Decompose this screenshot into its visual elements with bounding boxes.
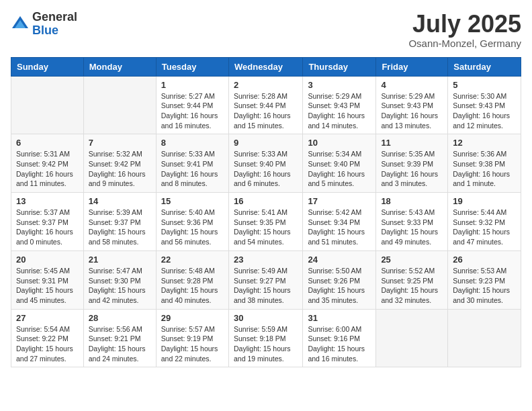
title-block: July 2025 Osann-Monzel, Germany	[408, 11, 521, 49]
day-info: Sunrise: 5:57 AM Sunset: 9:19 PM Dayligh…	[161, 324, 224, 364]
day-info: Sunrise: 5:41 AM Sunset: 9:35 PM Dayligh…	[234, 208, 298, 247]
day-number: 17	[308, 196, 371, 206]
day-info: Sunrise: 5:40 AM Sunset: 9:36 PM Dayligh…	[161, 208, 224, 247]
calendar-cell: 21Sunrise: 5:47 AM Sunset: 9:30 PM Dayli…	[83, 250, 156, 309]
calendar-cell: 25Sunrise: 5:52 AM Sunset: 9:25 PM Dayli…	[376, 250, 448, 309]
weekday-header-row: SundayMondayTuesdayWednesdayThursdayFrid…	[11, 57, 521, 76]
calendar-body: 1Sunrise: 5:27 AM Sunset: 9:44 PM Daylig…	[11, 76, 521, 367]
day-info: Sunrise: 5:54 AM Sunset: 9:22 PM Dayligh…	[16, 324, 79, 364]
logo: General Blue	[11, 11, 77, 38]
calendar-cell: 10Sunrise: 5:34 AM Sunset: 9:40 PM Dayli…	[303, 134, 376, 193]
day-number: 19	[453, 196, 516, 206]
calendar-cell: 13Sunrise: 5:37 AM Sunset: 9:37 PM Dayli…	[11, 193, 84, 251]
day-number: 4	[381, 80, 443, 90]
calendar-cell: 23Sunrise: 5:49 AM Sunset: 9:27 PM Dayli…	[228, 250, 302, 309]
calendar-week-2: 6Sunrise: 5:31 AM Sunset: 9:42 PM Daylig…	[11, 134, 521, 193]
calendar-week-1: 1Sunrise: 5:27 AM Sunset: 9:44 PM Daylig…	[11, 76, 521, 134]
day-number: 28	[89, 313, 151, 323]
calendar-cell: 15Sunrise: 5:40 AM Sunset: 9:36 PM Dayli…	[156, 193, 228, 251]
day-number: 18	[381, 196, 443, 206]
day-info: Sunrise: 5:45 AM Sunset: 9:31 PM Dayligh…	[16, 266, 79, 306]
day-number: 2	[234, 80, 298, 90]
calendar-cell: 6Sunrise: 5:31 AM Sunset: 9:42 PM Daylig…	[11, 134, 84, 193]
day-number: 16	[234, 196, 298, 206]
day-number: 13	[16, 196, 79, 206]
calendar-cell: 14Sunrise: 5:39 AM Sunset: 9:37 PM Dayli…	[83, 193, 156, 251]
month-title: July 2025	[408, 11, 521, 38]
weekday-friday: Friday	[376, 57, 448, 76]
calendar-cell: 27Sunrise: 5:54 AM Sunset: 9:22 PM Dayli…	[11, 309, 84, 367]
logo-blue: Blue	[32, 24, 77, 38]
calendar-cell: 4Sunrise: 5:29 AM Sunset: 9:43 PM Daylig…	[376, 76, 448, 134]
calendar-cell: 16Sunrise: 5:41 AM Sunset: 9:35 PM Dayli…	[228, 193, 302, 251]
calendar-cell: 30Sunrise: 5:59 AM Sunset: 9:18 PM Dayli…	[228, 309, 302, 367]
day-number: 25	[381, 255, 443, 265]
day-info: Sunrise: 5:27 AM Sunset: 9:44 PM Dayligh…	[161, 91, 224, 131]
day-number: 5	[453, 80, 516, 90]
weekday-thursday: Thursday	[303, 57, 376, 76]
logo-general: General	[32, 11, 77, 24]
calendar-week-4: 20Sunrise: 5:45 AM Sunset: 9:31 PM Dayli…	[11, 250, 521, 309]
weekday-sunday: Sunday	[11, 57, 84, 76]
day-info: Sunrise: 5:50 AM Sunset: 9:26 PM Dayligh…	[308, 266, 371, 306]
calendar-cell: 20Sunrise: 5:45 AM Sunset: 9:31 PM Dayli…	[11, 250, 84, 309]
day-info: Sunrise: 5:52 AM Sunset: 9:25 PM Dayligh…	[381, 266, 443, 306]
calendar-cell	[448, 309, 521, 367]
day-info: Sunrise: 5:30 AM Sunset: 9:43 PM Dayligh…	[453, 91, 516, 131]
day-number: 30	[234, 313, 298, 323]
day-info: Sunrise: 6:00 AM Sunset: 9:16 PM Dayligh…	[308, 324, 371, 364]
day-number: 27	[16, 313, 79, 323]
day-number: 3	[308, 80, 371, 90]
day-info: Sunrise: 5:42 AM Sunset: 9:34 PM Dayligh…	[308, 208, 371, 247]
calendar-cell: 5Sunrise: 5:30 AM Sunset: 9:43 PM Daylig…	[448, 76, 521, 134]
day-info: Sunrise: 5:31 AM Sunset: 9:42 PM Dayligh…	[16, 149, 79, 189]
calendar-cell: 7Sunrise: 5:32 AM Sunset: 9:42 PM Daylig…	[83, 134, 156, 193]
calendar-cell: 22Sunrise: 5:48 AM Sunset: 9:28 PM Dayli…	[156, 250, 228, 309]
calendar-week-5: 27Sunrise: 5:54 AM Sunset: 9:22 PM Dayli…	[11, 309, 521, 367]
calendar-cell: 8Sunrise: 5:33 AM Sunset: 9:41 PM Daylig…	[156, 134, 228, 193]
day-info: Sunrise: 5:29 AM Sunset: 9:43 PM Dayligh…	[308, 91, 371, 131]
weekday-saturday: Saturday	[448, 57, 521, 76]
page-header: General Blue July 2025 Osann-Monzel, Ger…	[11, 11, 521, 49]
weekday-wednesday: Wednesday	[228, 57, 302, 76]
day-info: Sunrise: 5:36 AM Sunset: 9:38 PM Dayligh…	[453, 149, 516, 189]
calendar-cell: 12Sunrise: 5:36 AM Sunset: 9:38 PM Dayli…	[448, 134, 521, 193]
day-number: 1	[161, 80, 224, 90]
day-number: 15	[161, 196, 224, 206]
day-info: Sunrise: 5:37 AM Sunset: 9:37 PM Dayligh…	[16, 208, 79, 247]
day-info: Sunrise: 5:43 AM Sunset: 9:33 PM Dayligh…	[381, 208, 443, 247]
day-info: Sunrise: 5:34 AM Sunset: 9:40 PM Dayligh…	[308, 149, 371, 189]
calendar-cell: 9Sunrise: 5:33 AM Sunset: 9:40 PM Daylig…	[228, 134, 302, 193]
day-number: 6	[16, 138, 79, 148]
calendar-cell: 28Sunrise: 5:56 AM Sunset: 9:21 PM Dayli…	[83, 309, 156, 367]
day-number: 20	[16, 255, 79, 265]
calendar-cell: 26Sunrise: 5:53 AM Sunset: 9:23 PM Dayli…	[448, 250, 521, 309]
weekday-tuesday: Tuesday	[156, 57, 228, 76]
day-number: 21	[89, 255, 151, 265]
calendar-cell: 31Sunrise: 6:00 AM Sunset: 9:16 PM Dayli…	[303, 309, 376, 367]
day-info: Sunrise: 5:33 AM Sunset: 9:40 PM Dayligh…	[234, 149, 298, 189]
day-number: 23	[234, 255, 298, 265]
calendar-cell: 11Sunrise: 5:35 AM Sunset: 9:39 PM Dayli…	[376, 134, 448, 193]
calendar-cell: 24Sunrise: 5:50 AM Sunset: 9:26 PM Dayli…	[303, 250, 376, 309]
day-number: 14	[89, 196, 151, 206]
day-number: 10	[308, 138, 371, 148]
calendar-cell: 3Sunrise: 5:29 AM Sunset: 9:43 PM Daylig…	[303, 76, 376, 134]
calendar-cell: 29Sunrise: 5:57 AM Sunset: 9:19 PM Dayli…	[156, 309, 228, 367]
day-info: Sunrise: 5:29 AM Sunset: 9:43 PM Dayligh…	[381, 91, 443, 131]
day-number: 26	[453, 255, 516, 265]
weekday-monday: Monday	[83, 57, 156, 76]
logo-icon	[11, 15, 30, 34]
day-info: Sunrise: 5:33 AM Sunset: 9:41 PM Dayligh…	[161, 149, 224, 189]
day-number: 9	[234, 138, 298, 148]
day-number: 12	[453, 138, 516, 148]
logo-text: General Blue	[32, 11, 77, 38]
day-info: Sunrise: 5:47 AM Sunset: 9:30 PM Dayligh…	[89, 266, 151, 306]
calendar-cell	[11, 76, 84, 134]
day-number: 7	[89, 138, 151, 148]
day-info: Sunrise: 5:48 AM Sunset: 9:28 PM Dayligh…	[161, 266, 224, 306]
calendar-week-3: 13Sunrise: 5:37 AM Sunset: 9:37 PM Dayli…	[11, 193, 521, 251]
day-number: 24	[308, 255, 371, 265]
day-number: 11	[381, 138, 443, 148]
day-info: Sunrise: 5:28 AM Sunset: 9:44 PM Dayligh…	[234, 91, 298, 131]
